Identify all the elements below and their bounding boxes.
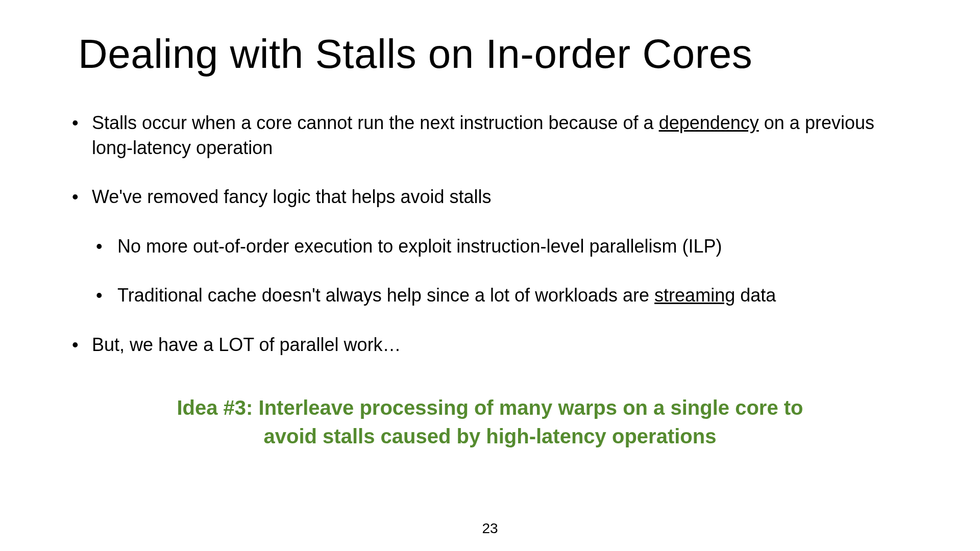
bullet-text: data — [735, 285, 776, 306]
idea-line: Idea #3: Interleave processing of many w… — [177, 396, 803, 419]
bullet-parallel-work: But, we have a LOT of parallel work… — [69, 333, 911, 358]
bullet-removed-logic: We've removed fancy logic that helps avo… — [69, 185, 911, 308]
bullet-list-level2: No more out-of-order execution to exploi… — [92, 234, 911, 308]
bullet-underline: dependency — [659, 112, 759, 133]
bullet-text: We've removed fancy logic that helps avo… — [92, 186, 492, 207]
idea-line: avoid stalls caused by high-latency oper… — [264, 425, 717, 447]
bullet-stalls-occur: Stalls occur when a core cannot run the … — [69, 111, 911, 160]
page-number: 23 — [482, 520, 498, 537]
bullet-text: No more out-of-order execution to exploi… — [117, 236, 722, 257]
sub-bullet-cache: Traditional cache doesn't always help si… — [92, 283, 911, 308]
bullet-text: Traditional cache doesn't always help si… — [117, 285, 654, 306]
slide-content: Stalls occur when a core cannot run the … — [69, 111, 911, 450]
bullet-text: Stalls occur when a core cannot run the … — [92, 112, 659, 133]
idea-callout: Idea #3: Interleave processing of many w… — [69, 393, 911, 450]
slide-title: Dealing with Stalls on In-order Cores — [78, 31, 911, 78]
sub-bullet-ooo: No more out-of-order execution to exploi… — [92, 234, 911, 259]
bullet-underline: streaming — [654, 285, 735, 306]
bullet-text: But, we have a LOT of parallel work… — [92, 334, 401, 355]
bullet-list-level1: Stalls occur when a core cannot run the … — [69, 111, 911, 358]
